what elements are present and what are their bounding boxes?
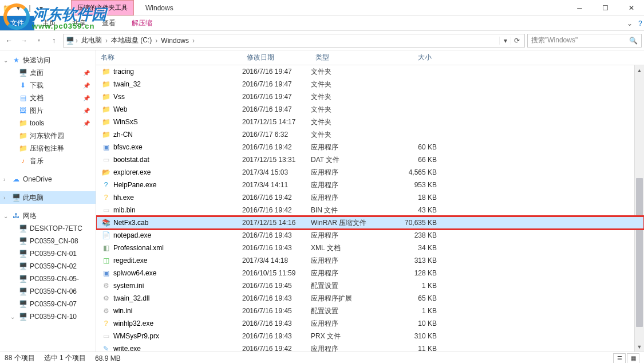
file-row[interactable]: 📁Web2016/7/16 19:47文件夹 (96, 103, 644, 116)
file-list[interactable]: 📁tracing2016/7/16 19:47文件夹📁twain_322016/… (96, 65, 644, 352)
pin-icon: 📌 (83, 120, 93, 127)
ribbon-expand-icon[interactable]: ⌄ (621, 19, 638, 27)
sidebar-item[interactable]: 🖥️PC0359-CN-07 (0, 298, 96, 310)
file-row[interactable]: 📁Vss2016/7/16 19:47文件夹 (96, 90, 644, 103)
chevron-down-icon[interactable]: ⌄ (3, 57, 9, 64)
search-icon[interactable]: 🔍 (629, 37, 638, 45)
view-details-button[interactable]: ☰ (613, 353, 626, 364)
file-date: 2016/7/16 19:45 (242, 282, 311, 290)
sidebar-item[interactable]: ⬇下载📌 (0, 79, 96, 92)
sidebar-item[interactable]: 🖥️PC0359-CN-01 (0, 247, 96, 260)
file-row[interactable]: ▭mib.bin2016/7/16 19:42BIN 文件43 KB (96, 204, 644, 216)
file-row[interactable]: ?HelpPane.exe2017/3/4 14:11应用程序953 KB (96, 179, 644, 191)
file-size: 10 KB (380, 319, 437, 328)
chevron-down-icon[interactable]: ⌄ (3, 213, 9, 219)
file-row[interactable]: ?hh.exe2016/7/16 19:42应用程序18 KB (96, 191, 644, 204)
sidebar-item[interactable]: 🖥️桌面📌 (0, 66, 96, 79)
nav-back-button[interactable]: ← (2, 34, 16, 48)
minimize-button[interactable]: ─ (567, 0, 592, 15)
nav-onedrive[interactable]: › ☁ OneDrive (0, 173, 96, 186)
tab-share[interactable]: 共享 (64, 16, 94, 30)
crumb-windows[interactable]: Windows (159, 37, 191, 45)
scroll-thumb[interactable] (636, 178, 643, 327)
nav-up-button[interactable]: ↑ (47, 34, 61, 48)
sidebar-item[interactable]: 🖥️PC0359_CN-08 (0, 235, 96, 247)
file-row[interactable]: ◧Professional.xml2016/7/16 19:43XML 文档34… (96, 242, 644, 254)
refresh-icon[interactable]: ⟳ (511, 37, 522, 45)
file-type: 文件夹 (311, 67, 380, 77)
file-row[interactable]: ◫regedit.exe2017/3/4 14:18应用程序313 KB (96, 254, 644, 267)
chevron-right-icon[interactable]: › (104, 37, 109, 45)
star-icon: ★ (11, 56, 21, 65)
help-icon[interactable]: ? (638, 19, 644, 27)
file-type: 应用程序 (311, 344, 380, 352)
file-row[interactable]: 📂explorer.exe2017/3/4 15:03应用程序4,565 KB (96, 166, 644, 179)
nav-this-pc[interactable]: › 🖥️ 此电脑 (0, 191, 96, 204)
file-name: hh.exe (111, 194, 242, 202)
file-name: Web (111, 105, 242, 113)
sidebar-item[interactable]: ⌄🖥️PC0359-CN-10 (0, 310, 96, 323)
file-row[interactable]: 📚NetFx3.cab2017/12/15 14:16WinRAR 压缩文件70… (96, 216, 644, 229)
chevron-right-icon[interactable]: › (191, 37, 196, 45)
sidebar-item[interactable]: 🖥️PC0359-CN-06 (0, 285, 96, 298)
close-button[interactable]: ✕ (618, 0, 644, 15)
sidebar-item[interactable]: 🖥️PC0359-CN-05- (0, 273, 96, 285)
chevron-right-icon[interactable]: › (3, 176, 9, 183)
nav-quick-access[interactable]: ⌄ ★ 快速访问 (0, 54, 96, 66)
file-row[interactable]: ?winhlp32.exe2016/7/16 19:43应用程序10 KB (96, 317, 644, 330)
search-input[interactable]: 搜索"Windows" 🔍 (527, 34, 642, 48)
nav-network[interactable]: ⌄ 🖧 网络 (0, 210, 96, 222)
folder-icon: 📁 (18, 119, 27, 128)
file-row[interactable]: ▭bootstat.dat2017/12/15 13:31DAT 文件66 KB (96, 153, 644, 166)
chevron-right-icon[interactable]: › (74, 37, 79, 45)
qat-arrow-icon[interactable]: ▾ (14, 3, 23, 13)
file-row[interactable]: ⚙win.ini2016/7/16 19:45配置设置1 KB (96, 305, 644, 317)
crumb-thispc[interactable]: 此电脑 (79, 35, 104, 45)
file-row[interactable]: ⚙system.ini2016/7/16 19:45配置设置1 KB (96, 279, 644, 292)
sidebar-item-label: 下载 (30, 81, 44, 90)
file-row[interactable]: ▣bfsvc.exe2016/7/16 19:42应用程序60 KB (96, 141, 644, 153)
file-row[interactable]: 📁tracing2016/7/16 19:47文件夹 (96, 65, 644, 78)
sidebar-item[interactable]: 🖥️PC0359-CN-02 (0, 260, 96, 273)
file-tab[interactable]: 文件 (0, 16, 34, 30)
column-name[interactable]: 名称 (96, 50, 242, 65)
crumb-drive[interactable]: 本地磁盘 (C:) (109, 35, 154, 45)
sidebar-item[interactable]: 🖥️DESKTOP-7ETC (0, 222, 96, 235)
sidebar-item-label: 音乐 (30, 156, 44, 166)
sidebar-item[interactable]: 🖼图片📌 (0, 104, 96, 117)
file-row[interactable]: 📁zh-CN2016/7/17 6:32文件夹 (96, 128, 644, 141)
maximize-button[interactable]: ☐ (592, 0, 618, 15)
column-date[interactable]: 修改日期 (242, 50, 311, 65)
file-row[interactable]: ✎write.exe2016/7/16 19:42应用程序11 KB (96, 342, 644, 352)
breadcrumb[interactable]: 🖥️ › 此电脑 › 本地磁盘 (C:) › Windows › ▾ ⟳ (63, 34, 525, 48)
file-row[interactable]: ⚙twain_32.dll2016/7/16 19:43应用程序扩展65 KB (96, 292, 644, 305)
tab-extract[interactable]: 解压缩 (124, 16, 160, 30)
chevron-right-icon[interactable]: › (3, 195, 9, 201)
file-date: 2017/3/4 15:03 (242, 168, 311, 176)
nav-forward-button[interactable]: → (17, 34, 31, 48)
sidebar-item[interactable]: 📁河东软件园 (0, 129, 96, 142)
sidebar-item[interactable]: ♪音乐 (0, 155, 96, 167)
file-row[interactable]: ▭WMSysPr9.prx2016/7/16 19:43PRX 文件310 KB (96, 330, 644, 342)
view-thumbnails-button[interactable]: ▦ (627, 353, 639, 364)
sidebar-item[interactable]: ▤文档📌 (0, 92, 96, 104)
nav-history-dropdown[interactable]: ▾ (32, 34, 46, 48)
qat-dropdown-icon[interactable]: ▾ (37, 3, 46, 13)
tab-view[interactable]: 查看 (94, 16, 124, 30)
column-size[interactable]: 大小 (380, 50, 437, 65)
vertical-scrollbar[interactable]: ▲ ▼ (634, 65, 644, 352)
file-row[interactable]: 📄notepad.exe2016/7/16 19:43应用程序238 KB (96, 229, 644, 242)
tab-home[interactable]: 主页 (34, 16, 64, 30)
navigation-pane[interactable]: ⌄ ★ 快速访问 🖥️桌面📌⬇下载📌▤文档📌🖼图片📌📁tools📌📁河东软件园📁… (0, 50, 96, 352)
sidebar-item[interactable]: 📁tools📌 (0, 117, 96, 129)
chevron-right-icon[interactable]: › (154, 37, 159, 45)
file-row[interactable]: 📁WinSxS2017/12/15 14:17文件夹 (96, 116, 644, 128)
scroll-down-icon[interactable]: ▼ (635, 342, 644, 352)
file-row[interactable]: ▣splwow64.exe2016/10/15 11:59应用程序128 KB (96, 267, 644, 279)
scroll-up-icon[interactable]: ▲ (635, 65, 644, 75)
column-type[interactable]: 类型 (311, 50, 380, 65)
file-row[interactable]: 📁twain_322016/7/16 19:47文件夹 (96, 78, 644, 90)
address-bar: ← → ▾ ↑ 🖥️ › 此电脑 › 本地磁盘 (C:) › Windows ›… (0, 31, 644, 50)
sidebar-item[interactable]: 📁压缩包注释 (0, 142, 96, 155)
address-dropdown-icon[interactable]: ▾ (499, 37, 511, 45)
